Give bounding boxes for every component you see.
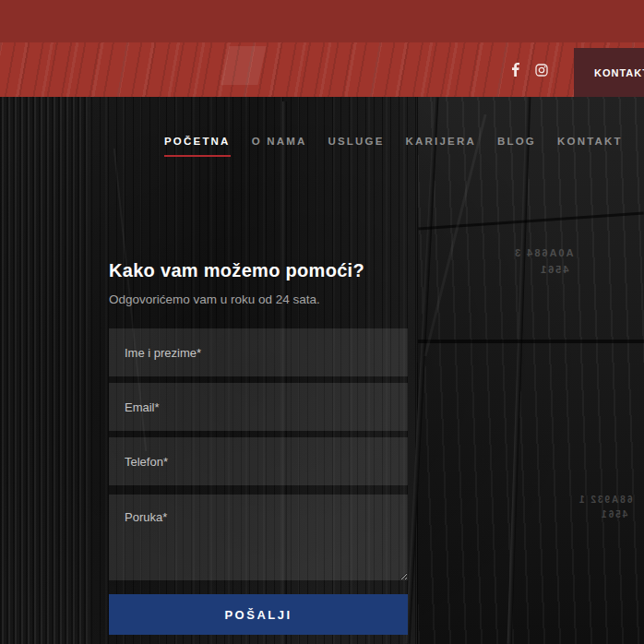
nav-item-kontakt[interactable]: KONTAKT <box>557 136 623 157</box>
contact-button[interactable]: KONTAKT <box>574 48 644 97</box>
header-band: KONTAKT <box>0 42 644 97</box>
top-bar <box>0 0 644 42</box>
phone-input[interactable] <box>109 437 408 485</box>
main-nav: POČETNA O NAMA USLUGE KARIJERA BLOG KONT… <box>164 136 644 157</box>
nav-item-pocetna[interactable]: POČETNA <box>164 136 231 157</box>
instagram-icon[interactable] <box>534 63 548 77</box>
band-texture <box>221 46 267 85</box>
page: A0A684 3 4561 68A932 1 4561 KONTAKT <box>0 0 644 644</box>
name-input[interactable] <box>109 328 408 376</box>
form-title: Kako vam možemo pomoći? <box>109 260 408 281</box>
nav-item-karijera[interactable]: KARIJERA <box>406 136 476 157</box>
contact-form: Kako vam možemo pomoći? Odgovorićemo vam… <box>109 260 408 635</box>
nav-item-o-nama[interactable]: O NAMA <box>252 136 307 157</box>
facebook-icon[interactable] <box>508 63 522 77</box>
submit-button[interactable]: POŠALJI <box>109 594 408 635</box>
social-links <box>508 42 548 97</box>
message-textarea[interactable] <box>109 495 408 580</box>
email-input[interactable] <box>109 383 408 431</box>
form-subtitle: Odgovorićemo vam u roku od 24 sata. <box>109 292 408 306</box>
nav-item-usluge[interactable]: USLUGE <box>328 136 384 157</box>
nav-item-blog[interactable]: BLOG <box>497 136 536 157</box>
